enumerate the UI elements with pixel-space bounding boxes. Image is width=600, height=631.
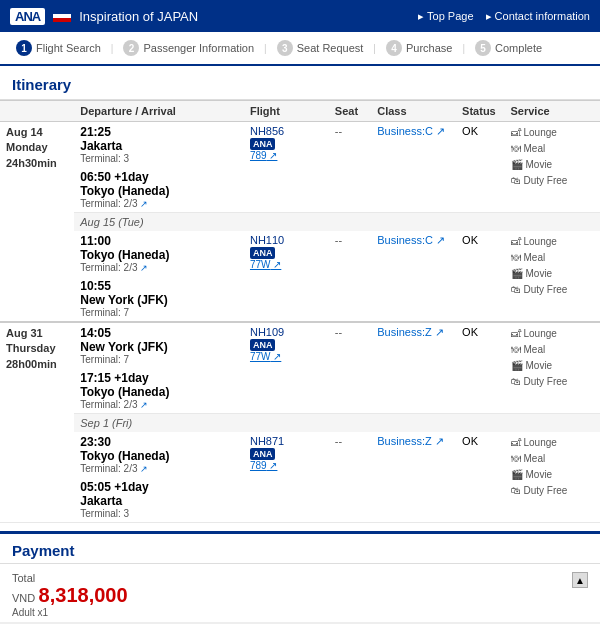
segment-2-services: 🛋Lounge 🍽Meal 🎬Movie 🛍Duty Free	[505, 322, 601, 414]
col-class: Class	[371, 101, 456, 122]
segment-2-sub-seat: --	[329, 432, 371, 523]
adult-label: Adult x1	[12, 607, 128, 618]
header-links: Top Page Contact information	[418, 10, 590, 23]
logo-area: ANA Inspiration of JAPAN	[10, 8, 198, 25]
ana-logo: ANA	[10, 8, 45, 25]
sub-terminal2-link[interactable]: ↗	[140, 464, 148, 474]
segment-1-sub-flight: NH110 ANA 77W ↗	[244, 231, 329, 322]
segment-2-route: 14:05 New York (JFK) Terminal: 7 17:15 +…	[74, 322, 244, 414]
segment-2-seat: --	[329, 322, 371, 414]
steps-bar: 1 Flight Search | 2 Passenger Informatio…	[0, 32, 600, 66]
step-2-num: 2	[123, 40, 139, 56]
sub-class-link-2[interactable]: Business:Z ↗	[377, 435, 443, 447]
segment-2-sub-route: 23:30 Tokyo (Haneda) Terminal: 2/3 ↗ 05:…	[74, 432, 244, 523]
segment-1-flight: NH856 ANA 789 ↗	[244, 122, 329, 213]
itinerary-title: Itinerary	[0, 66, 600, 100]
class-link[interactable]: Business:C ↗	[377, 125, 445, 137]
sub-terminal2-with-icon: Terminal: 2/3 ↗	[80, 463, 238, 474]
segment-2-sub-status: OK	[456, 432, 504, 523]
col-status: Status	[456, 101, 504, 122]
sub-aircraft-link-1[interactable]: 77W ↗	[250, 259, 323, 270]
scroll-button[interactable]: ▲	[572, 572, 588, 588]
col-seat: Seat	[329, 101, 371, 122]
header-title: Inspiration of JAPAN	[79, 9, 198, 24]
segment-2-sub-flight: NH871 ANA 789 ↗	[244, 432, 329, 523]
header: ANA Inspiration of JAPAN Top Page Contac…	[0, 0, 600, 32]
step-1[interactable]: 1 Flight Search	[8, 38, 109, 58]
segment-2-date: Aug 31 Thursday 28h00min	[0, 322, 74, 432]
segment-1-seat: --	[329, 122, 371, 213]
payment-detail-row: Fare VND 1,322,000 Taxes/Fees/Charges/Ai…	[0, 623, 600, 631]
table-row: Aug 31 Thursday 28h00min 14:05 New York …	[0, 322, 600, 414]
total-currency: VND	[12, 592, 35, 604]
class-link-2[interactable]: Business:Z ↗	[377, 326, 443, 338]
itinerary-table: Departure / Arrival Flight Seat Class St…	[0, 100, 600, 523]
segment-2-class: Business:Z ↗	[371, 322, 456, 414]
segment-1-sub-status: OK	[456, 231, 504, 322]
table-row: 23:30 Tokyo (Haneda) Terminal: 2/3 ↗ 05:…	[0, 432, 600, 523]
segment-1-route: 21:25 Jakarta Terminal: 3 06:50 +1day To…	[74, 122, 244, 213]
contact-link[interactable]: Contact information	[486, 10, 590, 23]
step-2-label: Passenger Information	[143, 42, 254, 54]
total-amount: 8,318,000	[39, 584, 128, 606]
segment-2-sub-class: Business:Z ↗	[371, 432, 456, 523]
total-amount-line: VND 8,318,000	[12, 584, 128, 607]
terminal-link[interactable]: ↗	[140, 199, 148, 209]
payment-section: Payment Total VND 8,318,000 Adult x1 ▲ F…	[0, 531, 600, 631]
sub-terminal-with-icon-1: Terminal: 2/3 ↗	[80, 262, 238, 273]
sub-class-link-1[interactable]: Business:C ↗	[377, 234, 445, 246]
step-4-label: Purchase	[406, 42, 452, 54]
segment-1-sub-class: Business:C ↗	[371, 231, 456, 322]
step-3-num: 3	[277, 40, 293, 56]
step-5-label: Complete	[495, 42, 542, 54]
sub-aircraft-link-2[interactable]: 789 ↗	[250, 460, 323, 471]
segment-2-flight: NH109 ANA 77W ↗	[244, 322, 329, 414]
aircraft-link[interactable]: 789 ↗	[250, 150, 323, 161]
segment-1-sub-services: 🛋Lounge 🍽Meal 🎬Movie 🛍Duty Free	[505, 231, 601, 322]
payment-total-block: Total VND 8,318,000 Adult x1	[12, 572, 128, 618]
step-1-num: 1	[16, 40, 32, 56]
main-content: Itinerary Departure / Arrival Flight Sea…	[0, 66, 600, 631]
total-label: Total	[12, 572, 128, 584]
aircraft-link-2[interactable]: 77W ↗	[250, 351, 323, 362]
step-3[interactable]: 3 Seat Request	[269, 38, 372, 58]
step-3-label: Seat Request	[297, 42, 364, 54]
payment-title: Payment	[0, 534, 600, 564]
flag-icon	[53, 10, 71, 22]
segment-1-class: Business:C ↗	[371, 122, 456, 213]
step-2[interactable]: 2 Passenger Information	[115, 38, 262, 58]
step-5[interactable]: 5 Complete	[467, 38, 550, 58]
sub-date-1: Aug 15 (Tue)	[74, 213, 600, 232]
table-row: 11:00 Tokyo (Haneda) Terminal: 2/3 ↗ 10:…	[0, 231, 600, 322]
sub-date-2: Sep 1 (Fri)	[74, 414, 600, 433]
segment-1-services: 🛋Lounge 🍽Meal 🎬Movie 🛍Duty Free	[505, 122, 601, 213]
col-date	[0, 101, 74, 122]
top-page-link[interactable]: Top Page	[418, 10, 473, 23]
segment-1-sub-seat: --	[329, 231, 371, 322]
col-flight: Flight	[244, 101, 329, 122]
segment-1-sub-route: 11:00 Tokyo (Haneda) Terminal: 2/3 ↗ 10:…	[74, 231, 244, 322]
sub-date-row-1: Aug 15 (Tue)	[0, 213, 600, 232]
step-5-num: 5	[475, 40, 491, 56]
terminal2-link[interactable]: ↗	[140, 400, 148, 410]
step-4-num: 4	[386, 40, 402, 56]
terminal-with-icon: Terminal: 2/3 ↗	[80, 198, 238, 209]
payment-total-row: Total VND 8,318,000 Adult x1 ▲	[0, 564, 600, 623]
sub-terminal-link-1[interactable]: ↗	[140, 263, 148, 273]
terminal2-with-icon: Terminal: 2/3 ↗	[80, 399, 238, 410]
segment-1-status: OK	[456, 122, 504, 213]
col-dep-arr: Departure / Arrival	[74, 101, 244, 122]
col-service: Service	[505, 101, 601, 122]
segment-2-status: OK	[456, 322, 504, 414]
segment-2-sub-services: 🛋Lounge 🍽Meal 🎬Movie 🛍Duty Free	[505, 432, 601, 523]
step-1-label: Flight Search	[36, 42, 101, 54]
step-4[interactable]: 4 Purchase	[378, 38, 460, 58]
segment-1-date: Aug 14 Monday 24h30min	[0, 122, 74, 232]
table-row: Aug 14 Monday 24h30min 21:25 Jakarta Ter…	[0, 122, 600, 213]
sub-date-row-2: Sep 1 (Fri)	[0, 414, 600, 433]
